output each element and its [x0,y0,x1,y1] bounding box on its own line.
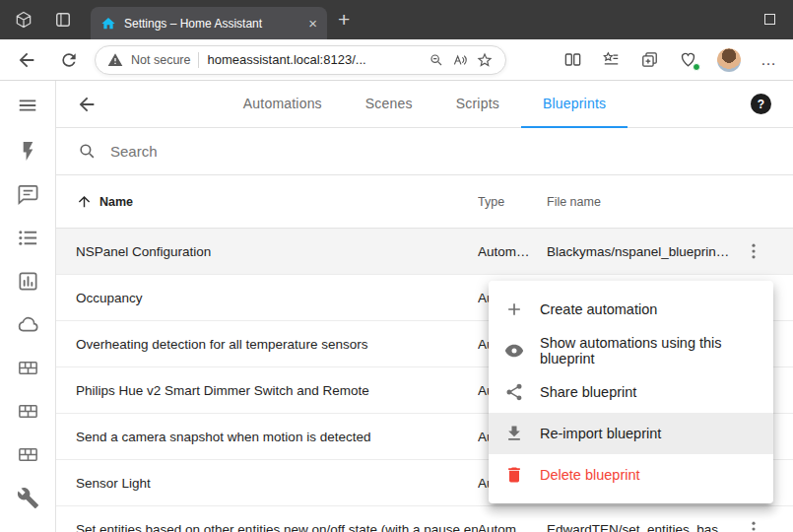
status-dot [693,63,700,71]
energy-flash-icon[interactable] [17,140,39,163]
browser-toolbar: Not secure homeassistant.local:8123/... … [0,39,793,81]
menu-item-reimport-blueprint[interactable]: Re-import blueprint [489,413,773,454]
browser-essentials-icon[interactable] [679,50,697,69]
hamburger-menu-icon[interactable] [17,95,38,116]
row-name: Overheating detection for all temperatur… [56,337,478,352]
plus-icon [504,299,524,319]
help-icon[interactable]: ? [751,94,771,114]
tab-close-icon[interactable]: × [308,16,317,31]
row-name: Occupancy [56,291,478,305]
split-screen-icon[interactable] [563,50,582,69]
row-menu-button[interactable] [744,519,763,532]
profile-avatar[interactable] [717,48,741,72]
wall-icon-3[interactable] [17,443,39,466]
back-arrow-icon[interactable] [76,94,98,115]
table-header: Name Type File name [56,175,793,229]
tab-title: Settings – Home Assistant [124,17,302,31]
menu-item-label: Show automations using this blueprint [540,335,758,366]
read-aloud-icon[interactable] [452,52,468,68]
row-menu-button[interactable] [744,241,763,261]
menu-item-share-blueprint[interactable]: Share blueprint [489,371,773,413]
favorites-icon[interactable] [602,50,621,69]
security-label[interactable]: Not secure [131,53,190,67]
column-header-name[interactable]: Name [56,193,478,210]
new-tab-button[interactable]: + [338,7,350,32]
maximize-button[interactable] [764,14,775,25]
not-secure-warning-icon[interactable] [107,52,123,68]
context-menu: Create automation Show automations using… [489,281,773,503]
section-tabs: Automations Scenes Scripts Blueprints [56,81,793,128]
todo-list-icon[interactable] [17,227,39,249]
ha-appbar: Automations Scenes Scripts Blueprints ? [56,81,793,128]
menu-item-label: Re-import blueprint [540,426,661,441]
address-bar[interactable]: Not secure homeassistant.local:8123/... [95,45,506,75]
tab-blueprints[interactable]: Blueprints [521,81,628,128]
row-file: Blackymas/nspanel_blueprin… [547,244,734,259]
wrench-icon[interactable] [17,487,39,509]
row-type: Autom… [478,244,547,259]
row-name: Philips Hue v2 Smart Dimmer Switch and R… [56,383,478,398]
row-name: NSPanel Configuration [56,244,478,259]
screen: Settings – Home Assistant × + Not secure… [0,0,793,532]
menu-item-label: Create automation [540,301,657,317]
sort-ascending-icon [76,193,93,210]
column-header-file[interactable]: File name [547,195,734,209]
cloud-icon[interactable] [17,313,39,336]
download-icon [504,424,524,443]
menu-item-label: Share blueprint [540,384,636,400]
wall-icon-1[interactable] [17,357,39,379]
row-name: Send a camera snapshot when motion is de… [56,430,478,444]
row-name: Set entities based on other entities new… [56,522,478,532]
menu-item-create-automation[interactable]: Create automation [489,289,773,330]
eye-icon [504,341,524,361]
table-row[interactable]: NSPanel Configuration Autom… Blackymas/n… [56,229,793,275]
menu-item-label: Delete blueprint [540,467,640,483]
column-header-type[interactable]: Type [478,195,547,209]
row-name: Sensor Light [56,476,478,491]
wall-icon-2[interactable] [17,400,39,423]
zoom-out-icon[interactable] [429,52,444,68]
search-input[interactable] [110,143,465,160]
browser-back-icon[interactable] [16,49,37,71]
home-assistant-logo-icon [100,16,116,32]
menu-item-delete-blueprint[interactable]: Delete blueprint [489,454,773,496]
ha-sidebar [0,81,56,532]
workspaces-icon[interactable] [14,10,33,30]
row-file: EdwardTEN/set_entities_bas… [547,522,734,532]
column-name-label: Name [99,195,133,209]
tab-actions-icon[interactable] [53,10,73,30]
url-text[interactable]: homeassistant.local:8123/... [207,52,421,67]
table-row[interactable]: Set entities based on other entities new… [56,506,793,532]
address-separator [198,52,199,68]
more-menu-icon[interactable]: … [760,52,777,68]
favorite-star-icon[interactable] [476,51,494,69]
delete-icon [504,465,524,485]
history-chart-icon[interactable] [17,270,39,293]
search-icon [78,142,97,161]
search-row [56,128,793,175]
menu-item-show-automations[interactable]: Show automations using this blueprint [489,330,773,371]
row-type: Autom… [478,522,547,532]
browser-tab[interactable]: Settings – Home Assistant × [91,7,327,39]
browser-titlebar: Settings – Home Assistant × + [0,0,793,39]
share-icon [504,382,524,402]
tab-scripts[interactable]: Scripts [434,81,521,128]
tab-scenes[interactable]: Scenes [344,81,434,128]
assist-chat-icon[interactable] [17,183,39,206]
tab-automations[interactable]: Automations [222,81,344,128]
collections-icon[interactable] [640,50,659,69]
browser-refresh-icon[interactable] [59,50,79,70]
